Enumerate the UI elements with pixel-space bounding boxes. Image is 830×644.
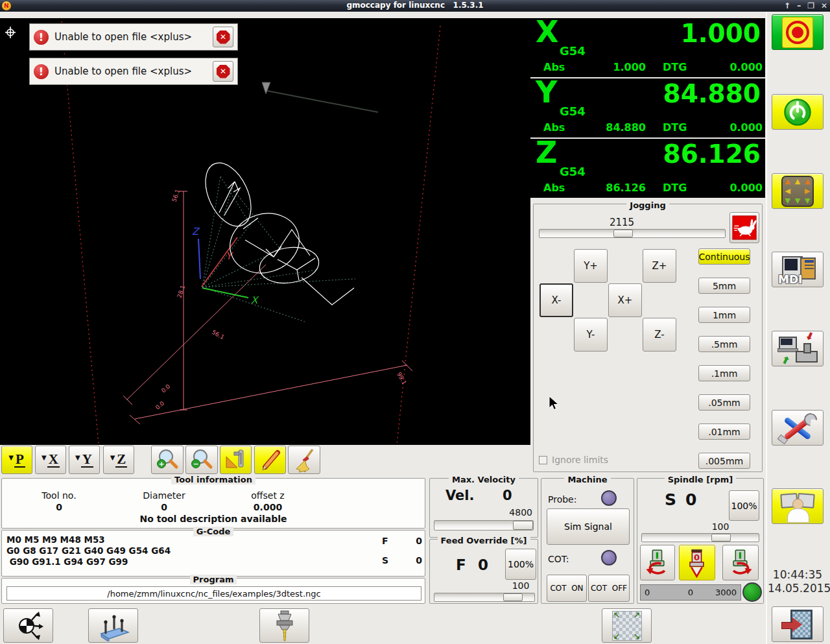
max-velocity-slider-handle[interactable] (513, 521, 533, 530)
spindle-override-slider[interactable] (641, 533, 759, 542)
spindle-override-reset-button[interactable]: 100% (729, 490, 759, 521)
jog-z-minus-button[interactable]: Z- (643, 318, 676, 352)
increment-0005mm-button[interactable]: .005mm (698, 453, 750, 469)
clear-plot-button[interactable] (288, 446, 320, 474)
gremlin-preview[interactable]: 56.1 28.1 0.0 0.0 56.1 99.1 (0, 18, 530, 445)
sim-signal-button[interactable]: Sim Signal (547, 508, 630, 545)
notification-toast: ! Unable to open file <xplus> ✕ (29, 58, 238, 85)
sidebar-divider (766, 12, 767, 644)
estop-button[interactable] (772, 14, 824, 50)
fullscreen-toggle-button[interactable]: ↖ ↗ ↙ ↘ (602, 608, 652, 643)
jogging-panel: Jogging 2115 Y+ Z+ X- X+ Y- Z- (533, 204, 763, 472)
jog-x-plus-button[interactable]: X+ (608, 283, 642, 317)
increment-1mm-button[interactable]: 1mm (698, 307, 750, 323)
program-path: /home/zmm/linuxcnc/nc_files/examples/3dt… (107, 589, 320, 599)
feed-label: F (382, 536, 388, 546)
feed-override-slider[interactable] (434, 593, 535, 602)
jog-y-minus-button[interactable]: Y- (574, 318, 608, 352)
jog-x-minus-button[interactable]: X- (540, 283, 573, 317)
view-y-button[interactable]: ▼Y (69, 446, 100, 474)
window-title: gmoccapy for linuxcnc 1.5.3.1 (0, 1, 830, 10)
dtg-label: DTG (663, 61, 696, 73)
tools-icon (779, 413, 816, 443)
zoom-in-button[interactable]: + (151, 446, 184, 474)
feed-override-slider-value: 100 (505, 580, 536, 591)
abs-value: 84.880 (575, 121, 646, 134)
block-height-button[interactable] (88, 608, 138, 643)
spindle-panel: Spindle [rpm] S 0 100% 100 0 (637, 478, 764, 604)
shade-window-button[interactable]: ↑ (784, 1, 790, 10)
spindle-ccw-button[interactable] (640, 545, 675, 580)
close-icon: ✕ (217, 65, 230, 78)
machine-on-button[interactable] (772, 94, 824, 130)
mode-mdi-button[interactable]: MDI (772, 252, 824, 287)
abs-label: Abs (543, 61, 575, 73)
increment-01mm-button[interactable]: .1mm (698, 365, 750, 381)
offset-z-label: offset z (228, 490, 308, 501)
view-z-button[interactable]: ▼Z (103, 446, 134, 474)
axis-position: 1.000 (681, 21, 761, 46)
increment-001mm-button[interactable]: .01mm (698, 423, 750, 440)
notification-close-button[interactable]: ✕ (213, 61, 233, 82)
mode-manual-button[interactable]: ▲▲▲ ◀▶ ▼▼▼ (772, 173, 824, 209)
jog-fast-toggle-button[interactable] (729, 212, 759, 243)
program-panel: Program /home/zmm/linuxcnc/nc_files/exam… (1, 578, 425, 604)
mode-auto-button[interactable]: ⬇ ⬆ (772, 331, 824, 366)
feed-override-reset-button[interactable]: 100% (505, 549, 536, 580)
ignore-limits-label: Ignore limits (552, 455, 608, 465)
dro-axis-y[interactable]: Y G54 84.880 Abs 84.880 DTG 0.000 (530, 78, 765, 137)
ignore-limits-checkbox[interactable] (539, 456, 547, 464)
zoom-out-button[interactable]: − (185, 446, 218, 474)
power-icon (782, 97, 813, 128)
jog-z-plus-button[interactable]: Z+ (643, 249, 676, 283)
gcode-line: M0 M5 M9 M48 M53 (6, 534, 105, 545)
max-velocity-panel: Max. Velocity Vel. 0 4800 (429, 478, 538, 538)
abs-value: 86.126 (575, 182, 646, 194)
spindle-cw-button[interactable] (722, 545, 759, 580)
spindle-title: Spindle [rpm] (665, 475, 737, 484)
spindle-stop-button[interactable]: 0 (679, 545, 715, 580)
spindle-override-slider-handle[interactable] (711, 534, 731, 542)
minimize-button[interactable]: – (797, 1, 801, 10)
tool-change-button[interactable] (259, 608, 309, 643)
fullscreen-icon: ↖ ↗ ↙ ↘ (612, 611, 642, 641)
increment-005mm-button[interactable]: .05mm (698, 394, 750, 411)
speed-value: 0 (395, 555, 422, 566)
jog-speed-slider[interactable] (539, 229, 726, 238)
touch-off-button[interactable] (3, 608, 53, 643)
increment-05mm-button[interactable]: .5mm (698, 336, 750, 352)
tool-holder-icon (270, 610, 300, 642)
rabbit-icon (732, 215, 757, 240)
increment-continuous-button[interactable]: Continuous (698, 248, 750, 265)
jog-y-plus-button[interactable]: Y+ (574, 249, 608, 283)
dim-arrow-icon: ▼ (8, 454, 14, 461)
tool-info-panel: Tool information Tool no. Diameter offse… (1, 478, 425, 529)
dro-axis-z[interactable]: Z G54 86.126 Abs 86.126 DTG 0.000 (530, 139, 765, 198)
cot-off-button[interactable]: COT OFF (588, 575, 630, 602)
notification-close-button[interactable]: ✕ (213, 27, 233, 47)
dro-axis-x[interactable]: X G54 1.000 Abs 1.000 DTG 0.000 (530, 18, 765, 77)
show-dimensions-button[interactable] (220, 446, 252, 474)
user-settings-button[interactable] (772, 488, 824, 524)
vel-label: Vel. (445, 488, 475, 503)
max-velocity-slider[interactable] (434, 520, 534, 531)
jog-speed-slider-handle[interactable] (613, 230, 633, 237)
spindle-s-label: S (665, 490, 676, 509)
increment-5mm-button[interactable]: 5mm (698, 278, 750, 294)
cot-on-button[interactable]: COT ON (547, 575, 587, 602)
exit-button[interactable] (772, 606, 824, 642)
machine-panel: Machine Probe: Sim Signal COT: COT ON CO… (541, 478, 634, 604)
program-path-entry[interactable]: /home/zmm/linuxcnc/nc_files/examples/3dt… (6, 586, 421, 601)
caliper-icon (223, 447, 249, 473)
feed-override-slider-handle[interactable] (503, 593, 523, 601)
origin-icon (12, 610, 45, 641)
close-button[interactable]: ✕ (821, 1, 827, 10)
settings-button[interactable] (772, 410, 824, 446)
restore-button[interactable]: ❐ (807, 1, 814, 10)
gmoccapy-window: N gmoccapy for linuxcnc 1.5.3.1 ↑ – ❐ ✕ (0, 0, 830, 644)
axis-position: 84.880 (663, 81, 761, 106)
zoom-in-icon: + (154, 447, 180, 473)
draw-path-button[interactable] (254, 446, 286, 474)
view-x-button[interactable]: ▼X (35, 446, 66, 474)
view-perspective-button[interactable]: ▼P (1, 446, 32, 474)
